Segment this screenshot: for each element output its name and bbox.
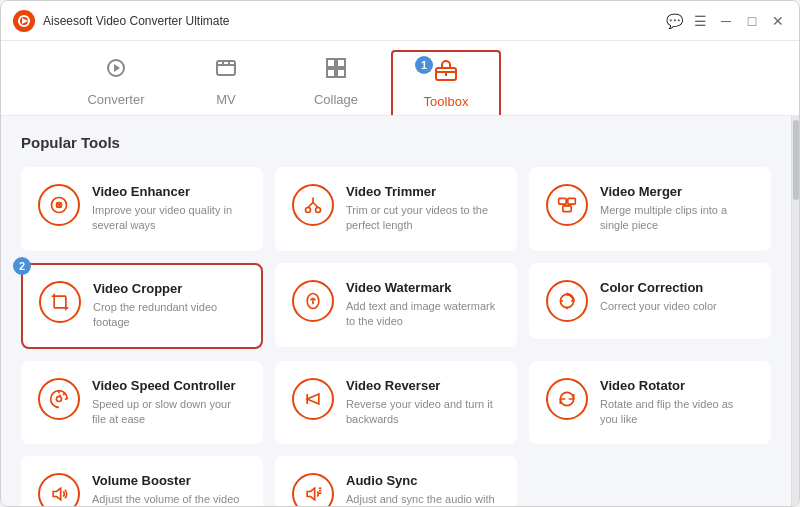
video-merger-text: Video Merger Merge multiple clips into a… — [600, 184, 754, 234]
svg-marker-43 — [307, 489, 315, 501]
tool-video-enhancer[interactable]: Video Enhancer Improve your video qualit… — [21, 167, 263, 251]
tool-cropper-wrapper: 2 Video Cropper — [21, 263, 263, 349]
tools-grid: Video Enhancer Improve your video qualit… — [21, 167, 771, 506]
video-rotator-icon — [546, 378, 588, 420]
video-speed-desc: Speed up or slow down your file at ease — [92, 397, 246, 428]
video-watermark-desc: Add text and image watermark to the vide… — [346, 299, 500, 330]
minimize-button[interactable]: ─ — [717, 12, 735, 30]
mv-label: MV — [216, 92, 236, 107]
volume-booster-desc: Adjust the volume of the video — [92, 492, 246, 506]
video-enhancer-name: Video Enhancer — [92, 184, 246, 199]
video-reverser-name: Video Reverser — [346, 378, 500, 393]
video-merger-icon — [546, 184, 588, 226]
collage-icon — [324, 56, 348, 86]
color-correction-text: Color Correction Correct your video colo… — [600, 280, 754, 314]
color-correction-icon — [546, 280, 588, 322]
color-correction-name: Color Correction — [600, 280, 754, 295]
svg-marker-3 — [114, 64, 120, 72]
svg-rect-20 — [559, 198, 567, 204]
video-trimmer-icon — [292, 184, 334, 226]
message-icon[interactable]: 💬 — [665, 12, 683, 30]
video-cropper-text: Video Cropper Crop the redundant video f… — [93, 281, 245, 331]
volume-booster-name: Volume Booster — [92, 473, 246, 488]
app-logo — [13, 10, 35, 32]
video-cropper-name: Video Cropper — [93, 281, 245, 296]
svg-marker-40 — [307, 394, 319, 404]
svg-rect-8 — [327, 59, 335, 67]
scrollbar-track[interactable] — [791, 116, 799, 506]
toolbox-icon — [434, 58, 458, 88]
tab-collage[interactable]: Collage — [281, 50, 391, 115]
tab-converter[interactable]: Converter — [61, 50, 171, 115]
svg-rect-10 — [327, 69, 335, 77]
video-speed-name: Video Speed Controller — [92, 378, 246, 393]
toolbox-badge: 1 — [415, 56, 433, 74]
tool-video-reverser[interactable]: Video Reverser Reverse your video and tu… — [275, 361, 517, 445]
video-speed-text: Video Speed Controller Speed up or slow … — [92, 378, 246, 428]
svg-line-39 — [59, 394, 61, 396]
tool-video-cropper[interactable]: Video Cropper Crop the redundant video f… — [21, 263, 263, 349]
color-correction-desc: Correct your video color — [600, 299, 754, 314]
video-watermark-icon — [292, 280, 334, 322]
cropper-badge: 2 — [13, 257, 31, 275]
volume-booster-text: Volume Booster Adjust the volume of the … — [92, 473, 246, 506]
video-enhancer-text: Video Enhancer Improve your video qualit… — [92, 184, 246, 234]
video-enhancer-icon — [38, 184, 80, 226]
collage-label: Collage — [314, 92, 358, 107]
tool-audio-sync[interactable]: Audio Sync Adjust and sync the audio wit… — [275, 456, 517, 506]
mv-icon — [214, 56, 238, 86]
tool-color-correction[interactable]: Color Correction Correct your video colo… — [529, 263, 771, 339]
tool-color-wrapper: Color Correction Correct your video colo… — [529, 263, 771, 349]
video-trimmer-desc: Trim or cut your videos to the perfect l… — [346, 203, 500, 234]
close-button[interactable]: ✕ — [769, 12, 787, 30]
svg-point-18 — [316, 208, 321, 213]
tab-toolbox[interactable]: 1 Toolbox — [391, 50, 501, 115]
video-speed-icon — [38, 378, 80, 420]
svg-rect-22 — [563, 206, 571, 212]
title-bar: Aiseesoft Video Converter Ultimate 💬 ☰ ─… — [1, 1, 799, 41]
volume-booster-icon — [38, 473, 80, 506]
svg-point-35 — [57, 396, 62, 401]
tool-speed-wrapper: Video Speed Controller Speed up or slow … — [21, 361, 263, 445]
video-rotator-name: Video Rotator — [600, 378, 754, 393]
tool-video-rotator[interactable]: Video Rotator Rotate and flip the video … — [529, 361, 771, 445]
tool-trimmer-wrapper: Video Trimmer Trim or cut your videos to… — [275, 167, 517, 251]
tool-video-merger[interactable]: Video Merger Merge multiple clips into a… — [529, 167, 771, 251]
video-reverser-text: Video Reverser Reverse your video and tu… — [346, 378, 500, 428]
scrollbar-thumb[interactable] — [793, 120, 799, 200]
maximize-button[interactable]: □ — [743, 12, 761, 30]
app-title: Aiseesoft Video Converter Ultimate — [43, 14, 665, 28]
svg-rect-21 — [568, 198, 576, 204]
audio-sync-icon — [292, 473, 334, 506]
main-content: Popular Tools Video Enhancer — [1, 116, 791, 506]
tool-video-watermark[interactable]: Video Watermark Add text and image water… — [275, 263, 517, 347]
video-rotator-desc: Rotate and flip the video as you like — [600, 397, 754, 428]
tool-volume-booster[interactable]: Volume Booster Adjust the volume of the … — [21, 456, 263, 506]
window-controls: 💬 ☰ ─ □ ✕ — [665, 12, 787, 30]
tool-audio-wrapper: Audio Sync Adjust and sync the audio wit… — [275, 456, 517, 506]
audio-sync-name: Audio Sync — [346, 473, 500, 488]
section-title: Popular Tools — [21, 134, 771, 151]
video-merger-name: Video Merger — [600, 184, 754, 199]
tool-reverser-wrapper: Video Reverser Reverse your video and tu… — [275, 361, 517, 445]
tool-merger-wrapper: Video Merger Merge multiple clips into a… — [529, 167, 771, 251]
svg-rect-25 — [54, 296, 66, 308]
menu-icon[interactable]: ☰ — [691, 12, 709, 30]
svg-rect-4 — [217, 61, 235, 75]
video-reverser-desc: Reverse your video and turn it backwards — [346, 397, 500, 428]
video-reverser-icon — [292, 378, 334, 420]
video-trimmer-text: Video Trimmer Trim or cut your videos to… — [346, 184, 500, 234]
tool-video-speed-controller[interactable]: Video Speed Controller Speed up or slow … — [21, 361, 263, 445]
tool-rotator-wrapper: Video Rotator Rotate and flip the video … — [529, 361, 771, 445]
tool-volume-wrapper: Volume Booster Adjust the volume of the … — [21, 456, 263, 506]
converter-label: Converter — [87, 92, 144, 107]
video-enhancer-desc: Improve your video quality in several wa… — [92, 203, 246, 234]
video-rotator-text: Video Rotator Rotate and flip the video … — [600, 378, 754, 428]
tab-mv[interactable]: MV — [171, 50, 281, 115]
svg-marker-1 — [22, 18, 28, 24]
video-watermark-text: Video Watermark Add text and image water… — [346, 280, 500, 330]
video-merger-desc: Merge multiple clips into a single piece — [600, 203, 754, 234]
tool-video-trimmer[interactable]: Video Trimmer Trim or cut your videos to… — [275, 167, 517, 251]
video-watermark-name: Video Watermark — [346, 280, 500, 295]
nav-tabs: Converter MV Col — [1, 41, 799, 116]
